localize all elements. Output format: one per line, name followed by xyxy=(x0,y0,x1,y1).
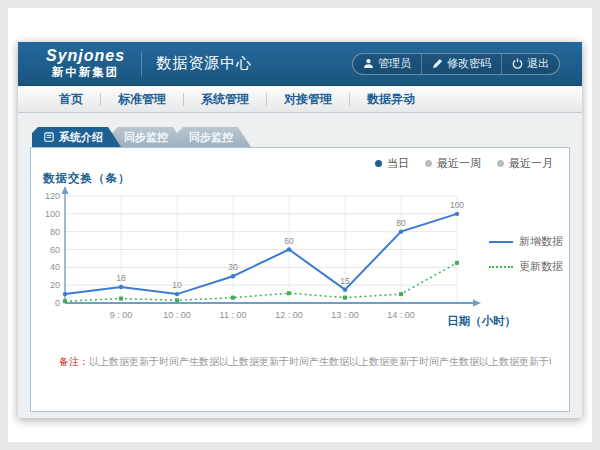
svg-text:12 : 00: 12 : 00 xyxy=(275,310,303,320)
nav-item-data-change[interactable]: 数据异动 xyxy=(350,86,432,112)
legend-line-swatch xyxy=(489,241,513,243)
edit-icon xyxy=(432,58,443,69)
tab-label: 同步监控 xyxy=(124,131,168,143)
header-user-controls: 管理员 修改密码 退出 xyxy=(352,53,560,75)
x-axis-label: 日期（小时） xyxy=(447,314,516,329)
period-option-today[interactable]: 当日 xyxy=(375,156,409,171)
tab-label: 系统介绍 xyxy=(59,127,103,147)
user-button-label: 管理员 xyxy=(378,56,411,71)
svg-text:10: 10 xyxy=(172,280,182,290)
svg-text:20: 20 xyxy=(50,280,60,290)
tab-sync-monitor-1[interactable]: 同步监控 xyxy=(112,127,186,147)
page-title: 数据资源中心 xyxy=(156,54,252,73)
svg-text:0: 0 xyxy=(55,298,60,308)
svg-text:100: 100 xyxy=(45,209,60,219)
svg-text:80: 80 xyxy=(50,227,60,237)
period-option-label: 最近一周 xyxy=(437,156,481,171)
svg-text:40: 40 xyxy=(50,262,60,272)
radio-dot-icon xyxy=(375,160,382,167)
user-icon xyxy=(363,58,374,69)
legend-label: 新增数据 xyxy=(519,234,563,249)
legend-label: 更新数据 xyxy=(519,259,563,274)
svg-text:100: 100 xyxy=(450,200,464,210)
change-password-label: 修改密码 xyxy=(447,56,491,71)
user-button[interactable]: 管理员 xyxy=(353,54,421,74)
logout-button[interactable]: 退出 xyxy=(501,54,559,74)
svg-text:14 : 00: 14 : 00 xyxy=(387,310,415,320)
brand-logo-subtext: 新中新集团 xyxy=(46,67,125,79)
svg-text:10 : 00: 10 : 00 xyxy=(163,310,191,320)
svg-text:15: 15 xyxy=(340,276,350,286)
remark-text: 以上数据更新于时间产生数据以上数据更新于时间产生数据以上数据更新于时间产生数据以… xyxy=(89,356,551,367)
line-chart: 0204060801001209 : 0010 : 0011 : 0012 : … xyxy=(37,178,487,328)
nav-item-interface-mgmt[interactable]: 对接管理 xyxy=(267,86,349,112)
radio-dot-icon xyxy=(425,160,432,167)
logout-label: 退出 xyxy=(527,56,549,71)
svg-text:11 : 00: 11 : 00 xyxy=(220,310,247,320)
svg-text:30: 30 xyxy=(228,262,238,272)
svg-text:80: 80 xyxy=(396,218,406,228)
chart-panel: 当日 最近一周 最近一月 数据交换（条） 0204060801001209 : … xyxy=(30,147,570,412)
svg-text:13 : 00: 13 : 00 xyxy=(331,310,359,320)
svg-text:60: 60 xyxy=(50,245,60,255)
nav-item-home[interactable]: 首页 xyxy=(42,86,100,112)
tab-label: 同步监控 xyxy=(189,131,233,143)
svg-text:9 : 00: 9 : 00 xyxy=(110,310,133,320)
series-legend: 新增数据 更新数据 xyxy=(489,234,563,274)
app-window: Synjones 新中新集团 数据资源中心 管理员 修改密码 xyxy=(18,42,582,418)
main-nav: 首页 标准管理 系统管理 对接管理 数据异动 xyxy=(18,86,582,113)
nav-item-standard-mgmt[interactable]: 标准管理 xyxy=(101,86,183,112)
app-header: Synjones 新中新集团 数据资源中心 管理员 修改密码 xyxy=(18,42,582,86)
legend-line-swatch xyxy=(489,266,513,268)
svg-text:120: 120 xyxy=(45,191,60,201)
remark-label: 备注： xyxy=(59,356,89,367)
period-legend: 当日 最近一周 最近一月 xyxy=(375,156,553,171)
power-icon xyxy=(512,58,523,69)
content-area: 系统介绍 同步监控 同步监控 当日 最近一周 xyxy=(18,113,582,418)
tab-sync-monitor-2[interactable]: 同步监控 xyxy=(177,127,251,147)
tab-system-intro[interactable]: 系统介绍 xyxy=(32,127,121,147)
period-option-last-week[interactable]: 最近一周 xyxy=(425,156,481,171)
legend-item-new-data: 新增数据 xyxy=(489,234,563,249)
document-icon xyxy=(44,132,54,142)
page-background: Synjones 新中新集团 数据资源中心 管理员 修改密码 xyxy=(8,8,592,442)
change-password-button[interactable]: 修改密码 xyxy=(421,54,501,74)
legend-item-updated-data: 更新数据 xyxy=(489,259,563,274)
nav-item-system-mgmt[interactable]: 系统管理 xyxy=(184,86,266,112)
svg-text:60: 60 xyxy=(284,236,294,246)
svg-text:18: 18 xyxy=(116,273,126,283)
period-option-label: 当日 xyxy=(387,156,409,171)
radio-dot-icon xyxy=(497,160,504,167)
brand-logo: Synjones 新中新集团 xyxy=(46,48,125,79)
brand-logo-text: Synjones xyxy=(46,48,125,64)
footer-remark: 备注：以上数据更新于时间产生数据以上数据更新于时间产生数据以上数据更新于时间产生… xyxy=(59,355,551,368)
header-divider xyxy=(141,51,142,77)
period-option-last-month[interactable]: 最近一月 xyxy=(497,156,553,171)
tab-bar: 系统介绍 同步监控 同步监控 xyxy=(32,127,570,147)
period-option-label: 最近一月 xyxy=(509,156,553,171)
